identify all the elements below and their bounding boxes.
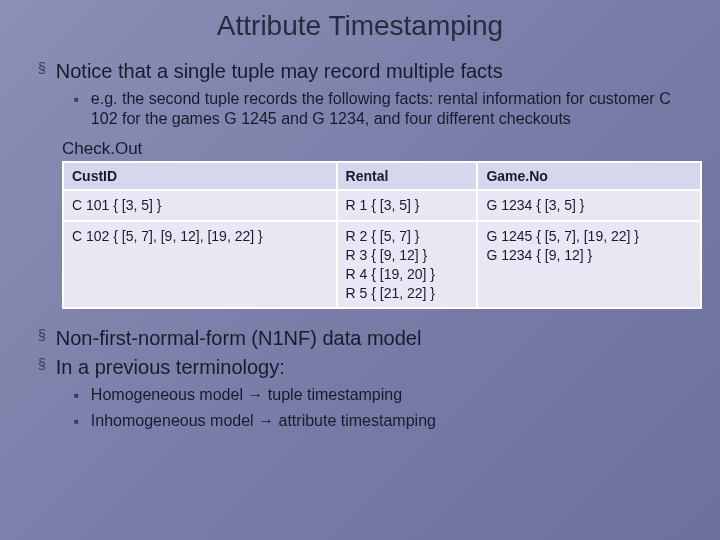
cell-custid: C 101 { [3, 5] }	[63, 190, 337, 221]
col-header-gameno: Game.No	[477, 162, 701, 190]
bullet-text: Notice that a single tuple may record mu…	[56, 60, 503, 83]
small-square-bullet-icon: ■	[74, 391, 79, 400]
cell-rental: R 1 { [3, 5] }	[337, 190, 478, 221]
cell-rental: R 2 { [5, 7] } R 3 { [9, 12] } R 4 { [19…	[337, 221, 478, 309]
slide-title: Attribute Timestamping	[30, 10, 690, 42]
bullet-text: Non-first-normal-form (N1NF) data model	[56, 327, 422, 350]
bullet-level-2: ■ e.g. the second tuple records the foll…	[30, 89, 690, 129]
col-header-rental: Rental	[337, 162, 478, 190]
table-caption: Check.Out	[62, 139, 690, 159]
bullet-level-1: § In a previous terminology:	[30, 356, 690, 379]
cell-custid: C 102 { [5, 7], [9, 12], [19, 22] }	[63, 221, 337, 309]
table-header-row: CustID Rental Game.No	[63, 162, 701, 190]
table-row: C 101 { [3, 5] } R 1 { [3, 5] } G 1234 {…	[63, 190, 701, 221]
square-bullet-icon: §	[38, 60, 46, 76]
square-bullet-icon: §	[38, 356, 46, 372]
cell-gameno: G 1234 { [3, 5] }	[477, 190, 701, 221]
small-square-bullet-icon: ■	[74, 95, 79, 104]
bullet-level-1: § Non-first-normal-form (N1NF) data mode…	[30, 327, 690, 350]
bullet-level-2: ■ Inhomogeneous model → attribute timest…	[30, 411, 690, 431]
bullet-text: In a previous terminology:	[56, 356, 285, 379]
bullet-text: Inhomogeneous model → attribute timestam…	[91, 411, 436, 431]
checkout-table: CustID Rental Game.No C 101 { [3, 5] } R…	[62, 161, 702, 309]
bullet-text: e.g. the second tuple records the follow…	[91, 89, 690, 129]
cell-gameno: G 1245 { [5, 7], [19, 22] } G 1234 { [9,…	[477, 221, 701, 309]
bullet-level-1: § Notice that a single tuple may record …	[30, 60, 690, 83]
bullet-level-2: ■ Homogeneous model → tuple timestamping	[30, 385, 690, 405]
square-bullet-icon: §	[38, 327, 46, 343]
small-square-bullet-icon: ■	[74, 417, 79, 426]
col-header-custid: CustID	[63, 162, 337, 190]
bullet-text: Homogeneous model → tuple timestamping	[91, 385, 402, 405]
table-row: C 102 { [5, 7], [9, 12], [19, 22] } R 2 …	[63, 221, 701, 309]
